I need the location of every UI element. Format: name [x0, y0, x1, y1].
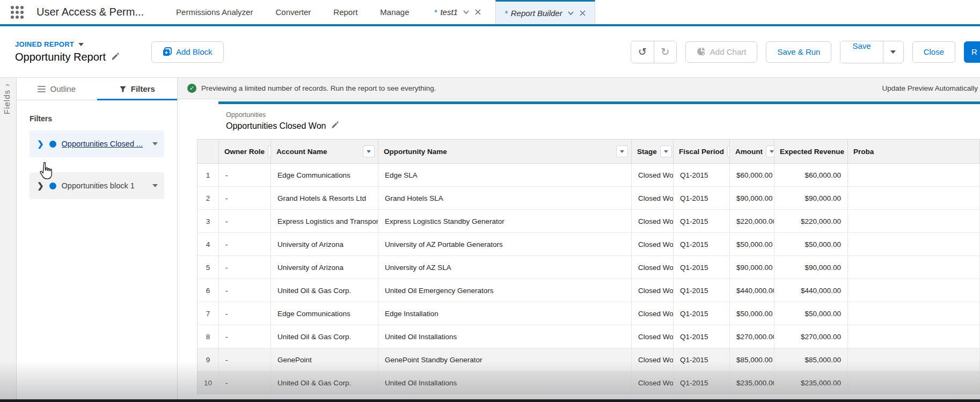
column-menu-button[interactable] [363, 145, 375, 157]
column-menu-button[interactable] [616, 145, 628, 157]
column-header[interactable]: Opportunity Name [378, 140, 632, 164]
table-row: 4 - University of Arizona University of … [198, 233, 980, 256]
add-chart-button[interactable]: Add Chart [685, 41, 758, 63]
expand-chevron-icon[interactable]: ❯ [37, 181, 44, 191]
add-chart-label: Add Chart [710, 47, 747, 56]
workspace-tab-report-builder[interactable]: * Report Builder [495, 0, 595, 24]
filter-group-label[interactable]: Opportunities Closed ... [62, 140, 147, 148]
filter-dot-icon [49, 182, 56, 189]
cell-fiscal-period: Q1-2015 [674, 279, 730, 302]
row-number-cell: 5 [198, 256, 219, 279]
run-button[interactable]: R [964, 41, 980, 63]
table-row: 7 - Edge Communications Edge Installatio… [198, 302, 980, 325]
cell-probability [848, 325, 980, 348]
cell-account-name: GenePoint [271, 348, 378, 371]
column-menu-button[interactable] [660, 145, 672, 157]
row-number-cell: 2 [198, 187, 219, 210]
column-header[interactable]: Amount [730, 140, 774, 164]
cell-fiscal-period: Q1-2015 [674, 325, 730, 348]
edit-pencil-icon[interactable] [331, 121, 339, 131]
preview-banner-message: Previewing a limited number of records. … [201, 84, 882, 92]
cell-amount: $270,000.00 [730, 325, 774, 348]
column-header[interactable]: Proba [848, 140, 980, 164]
cell-stage: Closed Won [632, 210, 674, 233]
unsaved-marker: * [504, 9, 508, 18]
redo-button[interactable]: ↻ [654, 41, 676, 63]
undo-button[interactable]: ↺ [631, 41, 654, 63]
save-and-run-button[interactable]: Save & Run [766, 41, 831, 63]
update-preview-toggle-label[interactable]: Update Preview Automatically [882, 84, 978, 92]
cell-fiscal-period: Q1-2015 [674, 302, 730, 325]
cell-stage: Closed Won [632, 371, 674, 394]
cell-owner-role: - [219, 210, 271, 233]
expand-chevron-icon[interactable]: ❯ [37, 139, 44, 149]
nav-links: Permissions Analyzer Converter Report Ma… [176, 0, 409, 24]
cell-account-name: United Oil & Gas Corp. [271, 371, 378, 394]
cell-owner-role: - [219, 164, 271, 187]
caret-down-icon[interactable] [152, 142, 158, 145]
caret-down-icon [890, 50, 896, 54]
report-type-menu[interactable]: JOINED REPORT [15, 40, 119, 48]
tab-filters-label: Filters [131, 84, 155, 93]
cell-stage: Closed Won [632, 187, 674, 210]
add-block-button[interactable]: Add Block [151, 41, 224, 63]
block-titlebar: Opportunities Opportunities Closed Won [218, 101, 980, 139]
edit-pencil-icon[interactable] [111, 51, 119, 63]
table-row: 8 - United Oil & Gas Corp. United Oil In… [198, 325, 980, 348]
cell-probability [848, 256, 980, 279]
cell-stage: Closed Won [632, 325, 674, 348]
column-header[interactable]: Owner Role [219, 140, 271, 164]
tab-outline[interactable]: Outline [17, 78, 97, 100]
caret-down-icon[interactable] [152, 184, 158, 187]
cell-owner-role: - [219, 187, 271, 210]
filter-group-opportunities-closed[interactable]: ❯ Opportunities Closed ... [30, 130, 164, 157]
cell-owner-role: - [219, 233, 271, 256]
workspace-tab-test1[interactable]: * test1 [426, 0, 490, 24]
tab-filters[interactable]: Filters [97, 78, 178, 100]
filter-group-label[interactable]: Opportunities block 1 [62, 181, 147, 190]
cell-opportunity-name: Grand Hotels SLA [378, 187, 632, 210]
column-menu-button[interactable] [766, 145, 774, 157]
column-header[interactable]: Account Name [271, 140, 378, 164]
cell-amount: $220,000.00 [730, 210, 774, 233]
column-menu-button[interactable] [268, 145, 270, 157]
report-title: Opportunity Report [15, 51, 106, 63]
cell-fiscal-period: Q1-2015 [674, 256, 730, 279]
caret-down-icon [78, 43, 84, 46]
column-header[interactable]: Stage [632, 140, 674, 164]
nav-item-permissions-analyzer[interactable]: Permissions Analyzer [176, 8, 253, 17]
cell-fiscal-period: Q1-2015 [674, 164, 730, 187]
app-launcher-icon[interactable] [11, 6, 29, 19]
column-header-label: Opportunity Name [384, 148, 447, 156]
column-header[interactable] [198, 140, 219, 164]
table-row: 3 - Express Logistics and Transport Expr… [198, 210, 980, 233]
nav-item-manage[interactable]: Manage [380, 8, 409, 17]
close-tab-icon[interactable] [474, 9, 481, 16]
close-tab-icon[interactable] [579, 10, 586, 17]
column-menu-button[interactable] [727, 145, 729, 157]
column-header[interactable]: Fiscal Period [674, 140, 730, 164]
chevron-down-icon[interactable] [463, 9, 470, 16]
column-header-label: Stage [637, 148, 657, 156]
nav-item-converter[interactable]: Converter [275, 8, 311, 17]
cell-owner-role: - [219, 302, 271, 325]
fields-panel-toggle[interactable]: Fields › [0, 78, 17, 402]
column-header-label: Owner Role [224, 148, 265, 156]
workspace-tab-label: Report Builder [511, 9, 562, 18]
save-menu-button[interactable] [883, 41, 903, 63]
cell-stage: Closed Won [632, 233, 674, 256]
save-button[interactable]: Save [840, 41, 882, 63]
cell-expected-revenue: $220,000.00 [774, 210, 848, 233]
close-button[interactable]: Close [912, 41, 955, 63]
row-number-cell: 7 [198, 302, 219, 325]
undo-redo-group: ↺ ↻ [631, 41, 677, 63]
block-type-label: Opportunities [226, 111, 972, 119]
filter-group-opportunities-block-1[interactable]: ❯ Opportunities block 1 [30, 172, 164, 199]
chevron-down-icon[interactable] [567, 10, 574, 17]
cell-amount: $60,000.00 [730, 164, 774, 187]
column-header[interactable]: Expected Revenue [774, 140, 848, 164]
unsaved-marker: * [434, 8, 437, 17]
cell-amount: $440,000.00 [730, 279, 774, 302]
nav-item-report[interactable]: Report [333, 8, 357, 17]
success-check-icon: ✓ [187, 84, 196, 93]
